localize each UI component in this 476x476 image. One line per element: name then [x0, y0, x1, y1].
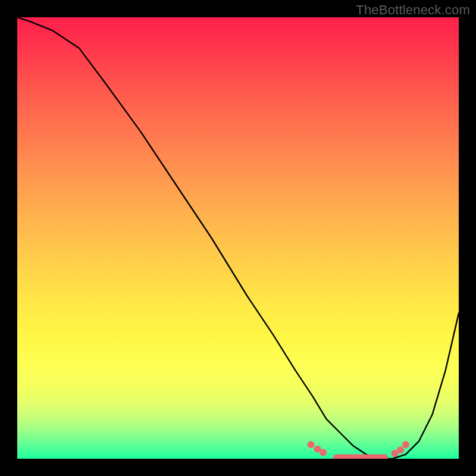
valley-marker-dot	[402, 441, 409, 448]
plot-area	[17, 17, 459, 459]
curve-layer	[17, 17, 459, 459]
curve-path	[17, 17, 459, 459]
chart-frame: TheBottleneck.com	[0, 0, 476, 476]
watermark-text: TheBottleneck.com	[356, 2, 470, 18]
valley-marker-dot	[320, 449, 327, 456]
valley-marker-dot	[307, 441, 314, 448]
valley-marker-pill	[333, 455, 389, 459]
valley-marker-dot	[397, 446, 404, 453]
